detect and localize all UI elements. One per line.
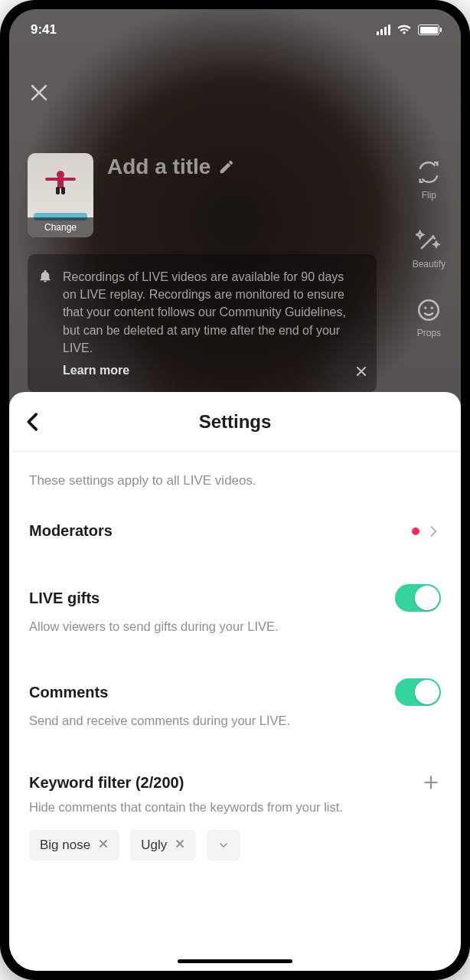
beautify-button[interactable]: Beautify [413,228,446,270]
remove-chip-icon[interactable] [175,838,185,853]
phone-frame: 9:41 [0,0,470,980]
remove-chip-icon[interactable] [98,838,109,853]
title-area: Change Add a title [28,153,377,237]
settings-sheet: Settings These settings apply to all LIV… [9,392,461,971]
notification-dot-icon [412,528,419,535]
svg-rect-2 [45,178,76,181]
back-button[interactable] [20,409,46,435]
moderators-row[interactable]: Moderators [29,511,441,547]
svg-point-5 [419,300,439,320]
comments-row: Comments Send and receive comments durin… [29,668,441,736]
status-bar: 9:41 [9,9,461,51]
svg-point-7 [431,306,433,309]
svg-rect-3 [56,187,60,194]
svg-rect-4 [61,187,65,194]
keyword-chips: Big nose Ugly [29,830,441,861]
cellular-signal-icon [377,24,390,35]
beautify-label: Beautify [413,259,446,270]
wifi-icon [397,24,412,35]
banner-dismiss-button[interactable] [355,364,367,382]
sheet-title: Settings [199,411,272,433]
bell-icon [38,270,52,288]
live-gifts-label: LIVE gifts [29,590,100,607]
keyword-filter-desc: Hide comments that contain the keywords … [29,800,441,815]
chevron-right-icon [426,524,441,539]
banner-learn-more-link[interactable]: Learn more [63,361,346,379]
screen: 9:41 [9,9,461,971]
live-gifts-desc: Allow viewers to send gifts during your … [29,619,441,634]
sheet-subtitle: These settings apply to all LIVE videos. [29,473,441,488]
comments-toggle[interactable] [395,678,441,706]
status-icons [377,24,439,35]
keyword-filter-row: Keyword filter (2/200) Hide comments tha… [29,762,441,868]
live-gifts-toggle[interactable] [395,584,441,612]
side-tools: Flip Beautify Props [413,159,446,338]
moderators-accessory [412,524,441,539]
props-button[interactable]: Props [416,297,442,338]
live-title-placeholder: Add a title [107,155,211,179]
keyword-chip[interactable]: Big nose [29,830,119,861]
svg-point-0 [57,171,64,178]
svg-point-6 [424,306,426,309]
edit-icon [218,158,235,175]
home-indicator[interactable] [178,959,292,963]
battery-icon [418,24,439,35]
sheet-header: Settings [9,392,461,452]
live-title-input[interactable]: Add a title [107,155,235,179]
sheet-body: These settings apply to all LIVE videos.… [9,452,461,868]
chevron-down-icon [217,839,230,851]
keyword-chip-label: Ugly [141,838,167,853]
close-button[interactable] [28,81,51,104]
keyword-chip[interactable]: Ugly [130,830,196,861]
banner-text: Recordings of LIVE videos are available … [63,270,346,354]
live-gifts-row: LIVE gifts Allow viewers to send gifts d… [29,573,441,642]
flip-camera-button[interactable]: Flip [416,159,442,201]
keyword-filter-label: Keyword filter (2/200) [29,774,184,792]
props-label: Props [417,328,441,338]
add-keyword-button[interactable] [421,773,441,792]
cover-thumbnail[interactable]: Change [28,153,93,237]
expand-keywords-button[interactable] [207,830,240,861]
live-replay-banner: Recordings of LIVE videos are available … [28,254,377,393]
flip-label: Flip [422,190,436,201]
moderators-label: Moderators [29,522,113,540]
comments-label: Comments [29,684,108,701]
status-time: 9:41 [31,22,57,38]
cover-change-label: Change [28,217,93,237]
comments-desc: Send and receive comments during your LI… [29,714,441,728]
keyword-chip-label: Big nose [40,838,90,853]
